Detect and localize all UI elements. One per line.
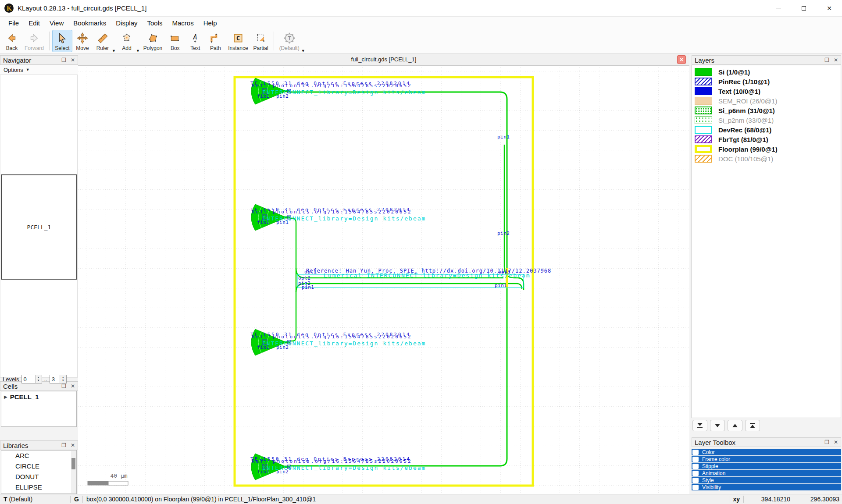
level-from-spinbox[interactable]: 0 ▲▼ xyxy=(21,375,42,383)
menu-display[interactable]: Display xyxy=(111,18,142,28)
layer-row-pinrec[interactable]: PinRec (1/10@1) xyxy=(692,77,841,86)
maximize-button[interactable] xyxy=(791,0,817,16)
library-item-ellipse[interactable]: ELLIPSE xyxy=(1,482,76,493)
layer-swatch[interactable] xyxy=(695,145,712,153)
layer-row-floorplan[interactable]: Floorplan (99/0@1) xyxy=(692,144,841,154)
ruler-tool-button[interactable]: Ruler xyxy=(93,30,113,52)
checkbox[interactable] xyxy=(692,471,699,476)
layer-row-doc[interactable]: DOC (100/105@1) xyxy=(692,154,841,163)
tab-close-button[interactable]: ✕ xyxy=(677,55,686,64)
checkbox[interactable] xyxy=(692,457,699,462)
gc3-label-pin: pin2 xyxy=(276,344,289,350)
move-layer-top-button[interactable] xyxy=(745,420,760,431)
navigator-header: Navigator ❐✕ xyxy=(0,55,78,65)
add-dropdown-caret[interactable]: ▼ xyxy=(136,49,140,53)
layer-swatch[interactable] xyxy=(695,78,712,85)
libraries-header: Libraries ❐✕ xyxy=(0,440,78,450)
libraries-scrollbar[interactable] xyxy=(71,451,76,493)
toolbox-row-stipple[interactable]: Stipple xyxy=(692,463,841,469)
layer-row-sip2nm[interactable]: Si_p2nm (33/0@1) xyxy=(692,115,841,125)
menu-edit[interactable]: Edit xyxy=(24,18,45,28)
layer-row-devrec[interactable]: DevRec (68/0@1) xyxy=(692,125,841,135)
close-button[interactable]: ✕ xyxy=(817,0,842,16)
default-mode-button[interactable]: T (Default) xyxy=(277,30,302,52)
move-layer-bottom-button[interactable] xyxy=(692,420,707,431)
layout-canvas[interactable]: TE-1550 31 deg Optics Express 22082014 R… xyxy=(78,66,689,494)
ruler-dropdown-caret[interactable]: ▼ xyxy=(112,49,116,53)
add-tool-button[interactable]: Add xyxy=(117,30,137,52)
gc2-label-line2: Ref: photonics.org/16:1564785s22020652 xyxy=(252,209,412,215)
spin-arrows-icon[interactable]: ▲▼ xyxy=(35,375,42,383)
layer-swatch[interactable] xyxy=(695,116,712,124)
default-dropdown-caret[interactable]: ▼ xyxy=(301,49,305,53)
navigator-preview[interactable]: PCELL_1 xyxy=(1,174,77,280)
box-tool-button[interactable]: Box xyxy=(165,30,185,52)
close-panel-icon[interactable]: ✕ xyxy=(834,57,838,63)
toolbox-row-frame-color[interactable]: Frame color xyxy=(692,456,841,462)
left-dock: Navigator ❐✕ Options ▼ PCELL_1 Cells ❐✕ … xyxy=(0,53,78,494)
back-button[interactable]: Back xyxy=(2,30,22,52)
move-tool-button[interactable]: Move xyxy=(72,30,93,52)
layer-swatch[interactable] xyxy=(695,87,712,95)
move-layer-up-button[interactable] xyxy=(728,420,742,431)
checkbox[interactable] xyxy=(692,464,699,469)
checkbox[interactable] xyxy=(692,478,699,483)
toolbox-row-animation[interactable]: Animation xyxy=(692,470,841,476)
toolbar-separator xyxy=(274,32,274,50)
float-panel-icon[interactable]: ❐ xyxy=(824,57,829,63)
float-panel-icon[interactable]: ❐ xyxy=(824,439,829,445)
expander-icon[interactable]: ▶ xyxy=(4,394,7,399)
menu-file[interactable]: File xyxy=(4,18,24,28)
library-item-circle[interactable]: CIRCLE xyxy=(1,461,76,472)
menu-help[interactable]: Help xyxy=(199,18,222,28)
checkbox[interactable] xyxy=(692,485,699,490)
layer-swatch[interactable] xyxy=(695,68,712,76)
layer-row-fbrtgt[interactable]: FbrTgt (81/0@1) xyxy=(692,135,841,144)
toolbox-row-color[interactable]: Color xyxy=(692,449,841,455)
canvas-grid xyxy=(78,66,689,494)
path-tool-button[interactable]: Path xyxy=(205,30,225,52)
minimize-button[interactable] xyxy=(766,0,791,16)
layer-swatch[interactable] xyxy=(695,126,712,134)
library-item-arc[interactable]: ARC xyxy=(1,451,76,461)
layer-swatch[interactable] xyxy=(695,135,712,143)
layer-row-si[interactable]: Si (1/0@1) xyxy=(692,67,841,77)
close-icon: ✕ xyxy=(827,5,832,12)
polygon-tool-button[interactable]: Polygon xyxy=(141,30,165,52)
layer-row-sip6nm[interactable]: Si_p6nm (31/0@1) xyxy=(692,106,841,115)
layer-row-semroi[interactable]: SEM_ROI (26/0@1) xyxy=(692,96,841,106)
layer-swatch[interactable] xyxy=(695,106,712,114)
maximize-icon xyxy=(802,6,806,11)
close-panel-icon[interactable]: ✕ xyxy=(834,439,838,445)
cell-item-pcell1[interactable]: ▶ PCELL_1 xyxy=(1,391,76,401)
cursor-y: 296.30093 xyxy=(793,496,842,503)
level-to-spinbox[interactable]: 3 ▲▼ xyxy=(50,375,67,383)
library-item-donut[interactable]: DONUT xyxy=(1,472,76,482)
menu-macros[interactable]: Macros xyxy=(168,18,199,28)
toolbox-row-style[interactable]: Style xyxy=(692,477,841,483)
forward-button[interactable]: Forward xyxy=(22,30,46,52)
navigator-options-button[interactable]: Options ▼ xyxy=(0,65,78,75)
layer-row-text[interactable]: Text (10/0@1) xyxy=(692,86,841,96)
layer-swatch[interactable] xyxy=(695,155,712,163)
close-panel-icon[interactable]: ✕ xyxy=(71,57,75,63)
scrollbar-thumb[interactable] xyxy=(71,458,75,469)
view-tab-title[interactable]: full_circuit.gds [PCELL_1] xyxy=(351,56,417,63)
menu-view[interactable]: View xyxy=(45,18,68,28)
select-tool-button[interactable]: Select xyxy=(52,30,72,52)
toolbox-row-visibility[interactable]: Visibility xyxy=(692,484,841,490)
gc4-label-line2: Ref: photonics.org/16:1564785s22020652 xyxy=(252,458,412,464)
text-tool-button[interactable]: A Text xyxy=(185,30,205,52)
close-panel-icon[interactable]: ✕ xyxy=(71,442,75,448)
partial-tool-button[interactable]: Partial xyxy=(251,30,271,52)
checkbox[interactable] xyxy=(692,450,699,455)
instance-tool-button[interactable]: C Instance xyxy=(225,30,250,52)
float-panel-icon[interactable]: ❐ xyxy=(61,442,66,448)
move-layer-down-button[interactable] xyxy=(710,420,725,431)
float-panel-icon[interactable]: ❐ xyxy=(61,57,66,63)
layer-swatch[interactable] xyxy=(695,97,712,105)
spin-arrows-icon[interactable]: ▲▼ xyxy=(60,375,66,383)
svg-text:T: T xyxy=(288,35,291,42)
menu-bookmarks[interactable]: Bookmarks xyxy=(68,18,111,28)
menu-tools[interactable]: Tools xyxy=(143,18,168,28)
